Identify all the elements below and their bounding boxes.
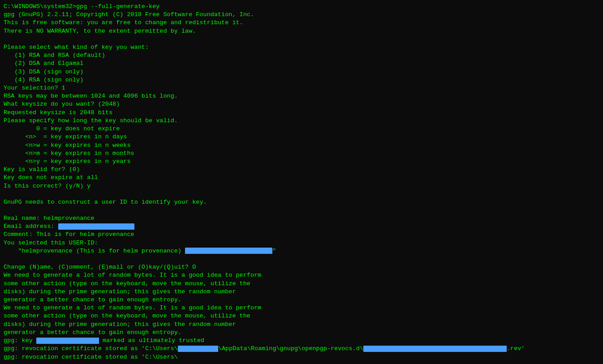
revocation-line: gpg: revocation certificate stored as 'C…: [4, 345, 599, 353]
random-8: generator a better chance to gain enough…: [4, 329, 599, 337]
email-redacted: [58, 223, 134, 230]
uid-email-redacted: [185, 248, 272, 254]
public-secret-key-line: gpg: revocation certificate stored as 'C…: [4, 353, 599, 361]
terminal-window: C:\WINDOWS\system32>gpg --full-generate-…: [4, 3, 599, 364]
keysize-response: Requested keysize is 2048 bits: [4, 109, 599, 117]
is-correct-line: Is this correct? (y/N) y: [4, 182, 599, 190]
change-line: Change (N)ame, (C)omment, (E)mail or (O)…: [4, 263, 599, 271]
random-3: disks) during the prime generation; this…: [4, 288, 599, 296]
real-name-line: Real name: helmprovenance: [4, 214, 599, 223]
username-redacted: [178, 346, 218, 352]
random-4: generator a better chance to gain enough…: [4, 296, 599, 304]
blank-4: [4, 255, 599, 263]
valid-n-weeks: <n>w = key expires in n weeks: [4, 141, 599, 150]
keysize-question: What keysize do you want? (2048): [4, 100, 599, 108]
free-software-line: This is free software: you are free to c…: [4, 19, 599, 27]
revoc-file-redacted: [363, 346, 507, 352]
blank-2: [4, 190, 599, 198]
warranty-line: There is NO WARRANTY, to the extent perm…: [4, 27, 599, 35]
version-line: gpg (GnuPG) 2.2.11; Copyright (C) 2018 F…: [4, 11, 599, 19]
key-marked-line: gpg: key marked as ultimately trusted: [4, 337, 599, 345]
valid-n-days: <n> = key expires in n days: [4, 133, 599, 141]
valid-n-months: <n>m = key expires in n months: [4, 150, 599, 158]
rsa-range-line: RSA keys may be between 1024 and 4096 bi…: [4, 92, 599, 100]
blank-1: [4, 35, 599, 43]
option-2: (2) DSA and Elgamal: [4, 60, 599, 68]
selection-line: Your selection? 1: [4, 84, 599, 92]
option-3: (3) DSA (sign only): [4, 68, 599, 76]
option-1: (1) RSA and RSA (default): [4, 51, 599, 60]
valid-question: Please specify how long the key should b…: [4, 117, 599, 125]
blank-5: [4, 361, 599, 364]
random-2: some other action (type on the keyboard,…: [4, 280, 599, 288]
blank-3: [4, 206, 599, 214]
random-1: We need to generate a lot of random byte…: [4, 271, 599, 279]
command-line: C:\WINDOWS\system32>gpg --full-generate-…: [4, 3, 599, 11]
comment-line: Comment: This is for helm provenance: [4, 231, 599, 239]
key-id-redacted: [36, 338, 99, 344]
random-5: We need to generate a lot of random byte…: [4, 304, 599, 312]
random-6: some other action (type on the keyboard,…: [4, 312, 599, 320]
no-expire-line: Key does not expire at all: [4, 174, 599, 182]
select-key-type: Please select what kind of key you want:: [4, 43, 599, 51]
selected-uid-line: You selected this USER-ID:: [4, 239, 599, 247]
uid-value-line: "helmprovenance (This is for helm proven…: [4, 247, 599, 255]
gnupg-construct-id: GnuPG needs to construct a user ID to id…: [4, 198, 599, 206]
valid-0: 0 = key does not expire: [4, 125, 599, 133]
valid-n-years: <n>y = key expires in n years: [4, 158, 599, 166]
random-7: disks) during the prime generation; this…: [4, 321, 599, 329]
email-address-line: Email address:: [4, 223, 599, 231]
valid-for-line: Key is valid for? (0): [4, 166, 599, 174]
option-4: (4) RSA (sign only): [4, 76, 599, 84]
